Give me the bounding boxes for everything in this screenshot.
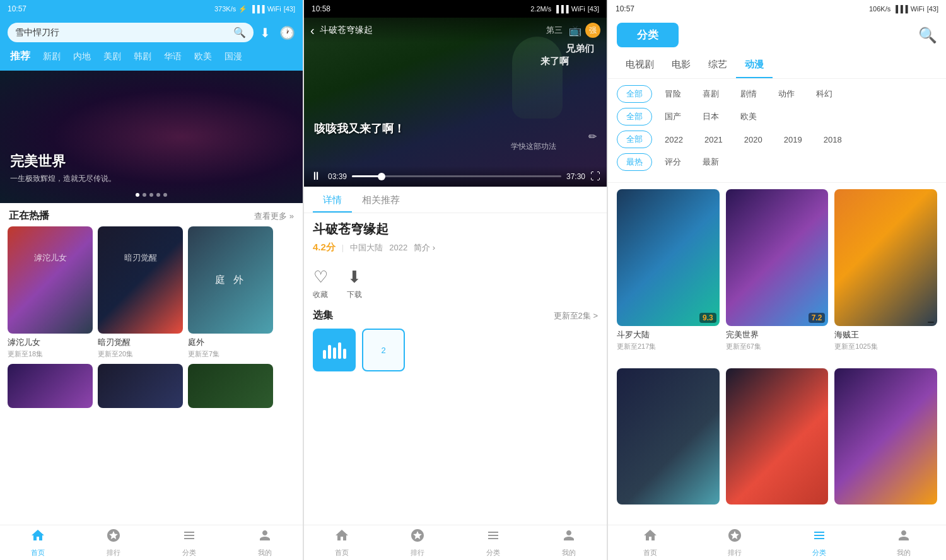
filter-sort-hot[interactable]: 最热 bbox=[617, 153, 652, 171]
filter-region-us[interactable]: 欧美 bbox=[732, 108, 766, 125]
cat-tab-recommend[interactable]: 推荐 bbox=[4, 47, 37, 66]
nav-category-c[interactable]: 分类 bbox=[777, 528, 861, 557]
anime-card-2[interactable]: 7.2 完美世界 更新至67集 bbox=[726, 189, 829, 362]
filter-year-2020[interactable]: 2020 bbox=[735, 132, 771, 147]
nav-profile-v[interactable]: 我的 bbox=[531, 528, 607, 557]
video-player[interactable]: ‹ 斗破苍穹缘起 第三 📺 强 咳咳我又来了啊！ 来了啊 兄弟们 学快这部功法 … bbox=[304, 18, 607, 187]
tab-detail[interactable]: 详情 bbox=[313, 187, 352, 213]
anime-name-3: 海贼王 bbox=[834, 329, 937, 341]
nav-rank-label: 排行 bbox=[107, 548, 120, 557]
pencil-icon[interactable]: ✏ bbox=[588, 131, 597, 143]
nav-home[interactable]: 首页 bbox=[0, 528, 76, 557]
hot-section-more[interactable]: 查看更多 » bbox=[254, 211, 294, 222]
cat-tab-inland[interactable]: 内地 bbox=[67, 49, 97, 65]
tab-related[interactable]: 相关推荐 bbox=[352, 187, 410, 213]
filter-genre-adventure[interactable]: 冒险 bbox=[656, 86, 690, 102]
nav-rank-label-c: 排行 bbox=[728, 548, 742, 557]
progress-bar[interactable] bbox=[352, 175, 561, 177]
filter-region-all[interactable]: 全部 bbox=[617, 108, 652, 125]
episode-item-1[interactable] bbox=[313, 329, 356, 371]
nav-rank-c[interactable]: 排行 bbox=[692, 528, 777, 557]
progress-container[interactable] bbox=[352, 172, 561, 181]
drama-card-3[interactable]: 庭 外 庭外 更新至7集 bbox=[188, 226, 273, 359]
filter-region-cn[interactable]: 国产 bbox=[656, 108, 690, 125]
nav-rank[interactable]: 排行 bbox=[76, 528, 151, 557]
anime-card-5[interactable] bbox=[726, 368, 829, 519]
banner-subtitle: 一生极致辉煌，造就无尽传说。 bbox=[10, 173, 116, 184]
action-download[interactable]: ⬇ 下载 bbox=[347, 267, 362, 300]
character-body bbox=[512, 37, 563, 119]
cat-status-time: 10:57 bbox=[616, 4, 634, 13]
anime-thumb-6 bbox=[834, 368, 937, 505]
main-cat-anime[interactable]: 动漫 bbox=[736, 52, 773, 78]
search-icon[interactable]: 🔍 bbox=[233, 26, 246, 38]
category-icon-v bbox=[486, 528, 501, 547]
nav-category[interactable]: 分类 bbox=[151, 528, 227, 557]
category-icon-c bbox=[812, 528, 827, 547]
episode-item-2[interactable]: 2 bbox=[362, 329, 405, 371]
main-cat-variety[interactable]: 综艺 bbox=[699, 52, 736, 78]
cat-tab-eu[interactable]: 欧美 bbox=[188, 49, 218, 65]
drama-card-6[interactable] bbox=[188, 364, 273, 408]
filter-genre-action[interactable]: 动作 bbox=[769, 86, 803, 102]
show-country: 中国大陆 bbox=[350, 242, 383, 254]
filter-sort-rating[interactable]: 评分 bbox=[656, 154, 690, 170]
cat-tab-new[interactable]: 新剧 bbox=[37, 49, 67, 65]
cat-battery: [43] bbox=[927, 5, 938, 13]
anime-card-6[interactable] bbox=[834, 368, 937, 519]
fullscreen-button[interactable]: ⛶ bbox=[590, 171, 600, 182]
cat-tab-kr[interactable]: 韩剧 bbox=[127, 49, 158, 65]
category-active-button[interactable]: 分类 bbox=[617, 23, 679, 47]
action-favorite[interactable]: ♡ 收藏 bbox=[313, 267, 328, 300]
filter-row-year: 全部 2022 2021 2020 2019 2018 bbox=[617, 131, 937, 148]
cat-tab-us[interactable]: 美剧 bbox=[97, 49, 127, 65]
main-cat-tv[interactable]: 电视剧 bbox=[617, 52, 663, 78]
anime-update-1: 更新至217集 bbox=[617, 342, 720, 351]
download-icon[interactable]: ⬇ bbox=[260, 25, 271, 40]
drama-card-4[interactable] bbox=[8, 364, 93, 408]
filter-genre-comedy[interactable]: 喜剧 bbox=[694, 86, 728, 102]
filter-genre-drama[interactable]: 剧情 bbox=[732, 86, 766, 102]
filter-region-jp[interactable]: 日本 bbox=[694, 108, 728, 125]
filter-year-all[interactable]: 全部 bbox=[617, 131, 652, 148]
filter-year-2018[interactable]: 2018 bbox=[815, 132, 851, 147]
video-back-button[interactable]: ‹ bbox=[310, 23, 315, 38]
filter-genre-scifi[interactable]: 科幻 bbox=[807, 86, 841, 102]
search-input-wrap[interactable]: 雪中悍刀行 🔍 bbox=[8, 23, 254, 42]
nav-profile-c[interactable]: 我的 bbox=[861, 528, 946, 557]
filter-year-2019[interactable]: 2019 bbox=[775, 132, 811, 147]
anime-card-3[interactable]: 海贼王 更新至1025集 bbox=[834, 189, 937, 362]
drama-card-1[interactable]: 滹沱儿女 滹沱儿女 更新至18集 bbox=[8, 226, 93, 359]
anime-thumb-1: 9.3 bbox=[617, 189, 720, 326]
anime-card-1[interactable]: 9.3 斗罗大陆 更新至217集 bbox=[617, 189, 720, 362]
filter-genre-all[interactable]: 全部 bbox=[617, 85, 652, 103]
controls-row: ⏸ 03:39 37:30 ⛶ bbox=[310, 170, 600, 183]
drama-card-2[interactable]: 暗刃觉醒 暗刃觉醒 更新至20集 bbox=[98, 226, 183, 359]
hero-banner[interactable]: 完美世界 一生极致辉煌，造就无尽传说。 bbox=[0, 71, 303, 203]
filter-year-2021[interactable]: 2021 bbox=[696, 132, 732, 147]
nav-category-v[interactable]: 分类 bbox=[455, 528, 531, 557]
filter-year-2022[interactable]: 2022 bbox=[656, 132, 692, 147]
intro-button[interactable]: 简介 › bbox=[414, 242, 435, 254]
anime-update-3: 更新至1025集 bbox=[834, 342, 937, 351]
nav-profile[interactable]: 我的 bbox=[227, 528, 303, 557]
cat-tab-zh[interactable]: 华语 bbox=[158, 49, 188, 65]
history-icon[interactable]: 🕐 bbox=[279, 25, 295, 40]
filter-sort-new[interactable]: 最新 bbox=[694, 154, 728, 170]
anime-card-4[interactable] bbox=[617, 368, 720, 519]
cast-icon[interactable]: 📺 bbox=[569, 25, 581, 37]
nav-home-c[interactable]: 首页 bbox=[608, 528, 692, 557]
cat-search-icon[interactable]: 🔍 bbox=[918, 26, 937, 44]
video-background bbox=[304, 18, 607, 187]
cat-tab-anime[interactable]: 国漫 bbox=[218, 49, 248, 65]
episode-section-title: 选集 bbox=[313, 309, 333, 322]
episode-more[interactable]: 更新至2集 > bbox=[554, 310, 598, 322]
nav-profile-label: 我的 bbox=[258, 548, 272, 557]
nav-rank-v[interactable]: 排行 bbox=[380, 528, 455, 557]
main-cat-movie[interactable]: 电影 bbox=[663, 52, 699, 78]
drama-card-5[interactable] bbox=[98, 364, 183, 408]
nav-home-v[interactable]: 首页 bbox=[304, 528, 380, 557]
play-pause-button[interactable]: ⏸ bbox=[310, 170, 322, 183]
progress-thumb[interactable] bbox=[378, 173, 385, 180]
anime-name-1: 斗罗大陆 bbox=[617, 329, 720, 341]
